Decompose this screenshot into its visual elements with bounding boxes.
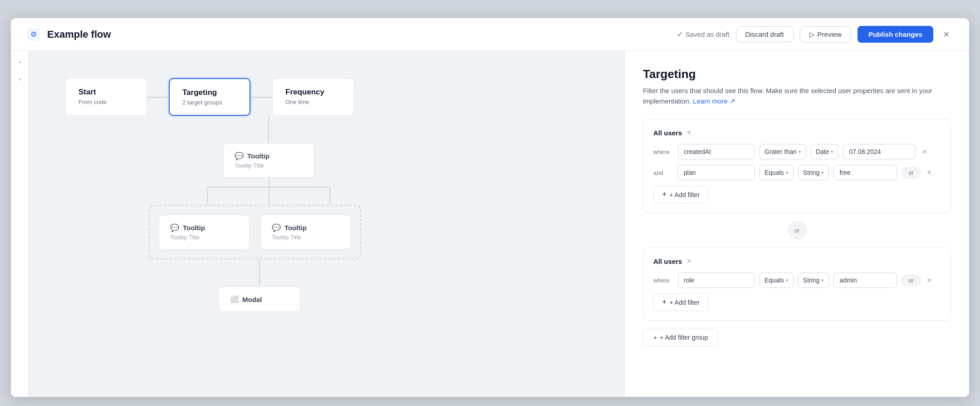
add-filter-2-button[interactable]: + + Add filter <box>653 293 708 311</box>
operator-select-3[interactable]: Equals ▾ <box>760 272 794 288</box>
and-label-1: and <box>653 169 673 176</box>
filter-group-2: All users × where Equals ▾ String ▾ <box>643 248 951 321</box>
date-value-input-1[interactable] <box>843 144 916 159</box>
value-input-3[interactable] <box>833 272 897 288</box>
remove-group-1-button[interactable]: × <box>686 129 691 137</box>
panel-title: Targeting <box>643 67 951 81</box>
chevron-down-icon-6: ▾ <box>821 277 824 283</box>
operator-select-2[interactable]: Equals ▾ <box>760 165 794 180</box>
header: ⚙ Example flow ✓ Saved as draft Discard … <box>11 18 969 51</box>
header-left: ⚙ Example flow <box>27 28 111 41</box>
saved-status: ✓ Saved as draft <box>677 30 730 39</box>
remove-filter-3-button[interactable]: × <box>925 276 934 285</box>
tooltip-comment-icon-2: 💬 <box>170 223 179 232</box>
add-filter-2-label: + Add filter <box>670 299 700 306</box>
type-select-1[interactable]: Date ▾ <box>811 144 839 159</box>
where-label-2: where <box>653 277 673 284</box>
where-label-1: where <box>653 149 673 155</box>
tooltip-comment-icon: 💬 <box>235 152 244 160</box>
publish-button[interactable]: Publish changes <box>858 26 933 43</box>
remove-filter-2-button[interactable]: × <box>925 168 934 178</box>
modal-rect-icon: ⬜ <box>230 295 239 303</box>
header-actions: ✓ Saved as draft Discard draft ▷ Preview… <box>677 26 953 43</box>
discard-draft-button[interactable]: Discard draft <box>736 26 794 42</box>
check-icon: ✓ <box>677 30 683 39</box>
or-badge-1: or <box>902 167 921 178</box>
type-select-2[interactable]: String ▾ <box>798 165 829 180</box>
chevron-down-icon-4: ▾ <box>821 170 824 176</box>
plus-icon-3: + <box>653 334 657 341</box>
operator-select-1[interactable]: Grater than ▾ <box>760 144 806 159</box>
chevron-up-icon[interactable]: ˄ <box>14 58 26 71</box>
filter-row-1: where Grater than ▾ Date ▾ × <box>653 144 941 159</box>
flow-title: Example flow <box>47 29 111 40</box>
frequency-node[interactable]: Frequency One time <box>272 78 354 116</box>
modal-node[interactable]: ⬜ Modal <box>219 287 300 312</box>
type-select-3[interactable]: String ▾ <box>798 272 829 288</box>
or-badge-2: or <box>902 275 921 286</box>
chevron-down-icon-3: ▾ <box>786 170 789 176</box>
chevron-down-icon-1: ▾ <box>799 149 801 155</box>
add-filter-1-label: + Add filter <box>670 191 700 198</box>
filter-group-1: All users × where Grater than ▾ Date ▾ <box>643 119 951 213</box>
panel-description: Filter the users that should see this fl… <box>643 86 951 106</box>
tooltip-node-2[interactable]: 💬 Tooltip Tooltip Title <box>159 215 250 249</box>
v-connector-2 <box>259 259 260 287</box>
branch-dashed: 💬 Tooltip Tooltip Title 💬 Tooltip <box>149 205 361 259</box>
right-panel: Targeting Filter the users that should s… <box>624 51 969 397</box>
v-connector-1 <box>268 116 269 143</box>
canvas: Start From code Targeting 2 target group… <box>29 51 624 397</box>
close-button[interactable]: × <box>940 27 953 42</box>
field-input-2[interactable] <box>678 165 755 180</box>
connector-h-1 <box>147 78 169 116</box>
body: ˄ ˅ Start From code Targeting 2 target g… <box>11 51 969 397</box>
flow-container: Start From code Targeting 2 target group… <box>65 78 354 312</box>
learn-more-link[interactable]: Learn more ↗ <box>693 97 735 105</box>
plus-icon-1: + <box>662 190 667 199</box>
targeting-node[interactable]: Targeting 2 target groups <box>169 78 250 116</box>
or-circle: or <box>788 221 806 239</box>
value-input-2[interactable] <box>833 165 897 180</box>
add-filter-group-button[interactable]: + + Add filter group <box>643 329 718 346</box>
filter-group-1-header: All users × <box>653 129 941 137</box>
filter-row-2: and Equals ▾ String ▾ or × <box>653 165 941 180</box>
all-users-label-2: All users <box>653 257 682 265</box>
remove-filter-1-button[interactable]: × <box>920 147 929 157</box>
filter-group-2-header: All users × <box>653 257 941 265</box>
sidebar-icons: ˄ ˅ <box>11 51 29 397</box>
field-input-1[interactable] <box>678 144 755 159</box>
settings-icon[interactable]: ⚙ <box>27 28 40 41</box>
remove-group-2-button[interactable]: × <box>686 257 691 265</box>
or-separator: or <box>643 221 951 239</box>
chevron-down-icon-5: ▾ <box>786 277 789 283</box>
add-filter-group-label: + Add filter group <box>660 334 708 341</box>
plus-icon-2: + <box>662 297 667 307</box>
tooltip-node-1[interactable]: 💬 Tooltip Tooltip Title <box>223 143 314 178</box>
chevron-down-icon[interactable]: ˅ <box>14 75 26 88</box>
tooltip-comment-icon-3: 💬 <box>272 223 281 232</box>
add-filter-1-button[interactable]: + + Add filter <box>653 186 708 203</box>
main-window: ⚙ Example flow ✓ Saved as draft Discard … <box>11 18 969 397</box>
filter-row-3: where Equals ▾ String ▾ or × <box>653 272 941 288</box>
connector-h-2 <box>250 78 272 116</box>
start-node[interactable]: Start From code <box>65 78 147 116</box>
tooltip-node-3[interactable]: 💬 Tooltip Tooltip Title <box>260 215 351 249</box>
chevron-down-icon-2: ▾ <box>831 149 833 155</box>
field-input-3[interactable] <box>678 272 755 288</box>
play-icon: ▷ <box>809 30 815 39</box>
preview-button[interactable]: ▷ Preview <box>800 26 851 43</box>
all-users-label-1: All users <box>653 129 682 137</box>
